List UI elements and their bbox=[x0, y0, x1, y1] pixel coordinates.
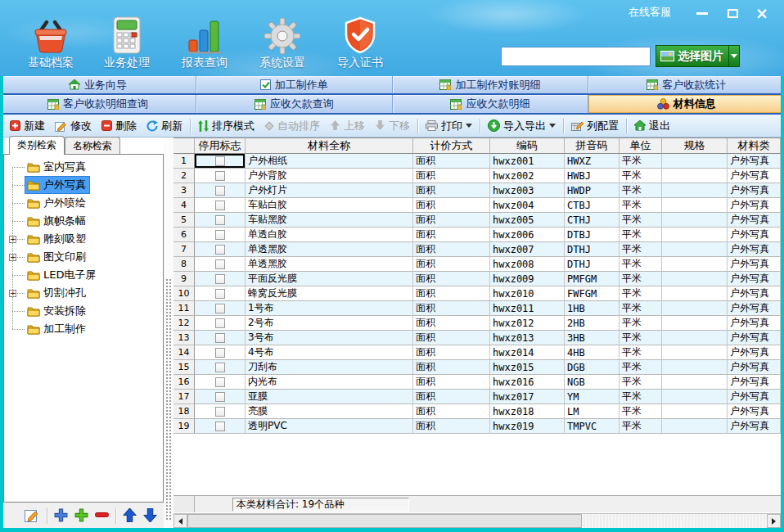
tab-receivables-detail[interactable]: 应收欠款明细 bbox=[393, 95, 589, 113]
unit-cell[interactable]: 平米 bbox=[620, 183, 662, 198]
disable-flag-checkbox[interactable] bbox=[215, 407, 225, 417]
unit-cell[interactable]: 平米 bbox=[620, 419, 662, 434]
table-row[interactable]: 2 户外背胶 面积 hwxz002 HWBJ 平米 户外写真 bbox=[173, 169, 781, 183]
tree-item[interactable]: + LED电子屏 bbox=[4, 266, 163, 284]
nav-basic-archives[interactable]: 基础档案 bbox=[11, 15, 90, 70]
spec-cell[interactable] bbox=[662, 242, 728, 257]
nav-import-certificate[interactable]: 导入证书 bbox=[321, 15, 399, 70]
pinyin-code-cell[interactable]: DGB bbox=[565, 360, 620, 375]
disable-flag-cell[interactable] bbox=[195, 331, 246, 345]
nav-system-settings[interactable]: 系统设置 bbox=[243, 15, 322, 70]
pricing-method-cell[interactable]: 面积 bbox=[413, 390, 490, 404]
disable-flag-checkbox[interactable] bbox=[215, 186, 225, 196]
code-cell[interactable]: hwxz012 bbox=[490, 316, 565, 331]
material-name-cell[interactable]: 亚膜 bbox=[246, 390, 413, 404]
tree-item-wrap[interactable]: 室内写真 bbox=[25, 159, 89, 175]
tab-customer-payment-detail-query[interactable]: 客户收款明细查询 bbox=[0, 95, 196, 113]
material-name-cell[interactable]: 3号布 bbox=[246, 331, 413, 345]
header-pinyin-code[interactable]: 拼音码 bbox=[565, 138, 620, 154]
disable-flag-cell[interactable] bbox=[195, 390, 246, 404]
disable-flag-checkbox[interactable] bbox=[215, 363, 225, 372]
remove-category-button[interactable] bbox=[95, 512, 109, 518]
refresh-button[interactable]: 刷新 bbox=[142, 117, 187, 135]
close-button[interactable]: × bbox=[751, 5, 773, 21]
material-category-cell[interactable]: 户外写真 bbox=[728, 154, 781, 169]
pinyin-code-cell[interactable]: YM bbox=[565, 390, 620, 404]
pricing-method-cell[interactable]: 面积 bbox=[413, 228, 490, 242]
code-cell[interactable]: hwxz006 bbox=[490, 228, 565, 242]
unit-cell[interactable]: 平米 bbox=[620, 272, 662, 286]
material-category-cell[interactable]: 户外写真 bbox=[728, 375, 781, 390]
material-name-cell[interactable]: 车贴黑胶 bbox=[246, 213, 413, 228]
code-cell[interactable]: hwxz001 bbox=[490, 154, 565, 169]
table-row[interactable]: 18 亮膜 面积 hwxz018 LM 平米 户外写真 bbox=[173, 404, 781, 419]
unit-cell[interactable]: 平米 bbox=[620, 228, 662, 242]
tab-material-info[interactable]: 材料信息 bbox=[588, 95, 784, 113]
disable-flag-cell[interactable] bbox=[195, 301, 246, 316]
code-cell[interactable]: hwxz016 bbox=[490, 375, 565, 390]
code-cell[interactable]: hwxz011 bbox=[490, 301, 565, 316]
code-cell[interactable]: hwxz008 bbox=[490, 257, 565, 272]
horizontal-scrollbar[interactable] bbox=[173, 513, 781, 528]
tab-business-wizard[interactable]: 业务向导 bbox=[0, 76, 196, 93]
pinyin-code-cell[interactable]: 2HB bbox=[565, 316, 620, 331]
pinyin-code-cell[interactable]: 4HB bbox=[565, 345, 620, 360]
add-root-category-button[interactable] bbox=[54, 508, 68, 522]
material-name-cell[interactable]: 内光布 bbox=[246, 375, 413, 390]
tree-item[interactable]: + 安装拆除 bbox=[4, 302, 163, 320]
spec-cell[interactable] bbox=[662, 404, 728, 419]
pinyin-code-cell[interactable]: CTHJ bbox=[565, 213, 620, 228]
code-cell[interactable]: hwxz003 bbox=[490, 183, 565, 198]
pricing-method-cell[interactable]: 面积 bbox=[413, 257, 490, 272]
disable-flag-cell[interactable] bbox=[195, 404, 246, 419]
code-cell[interactable]: hwxz009 bbox=[490, 272, 565, 286]
pinyin-code-cell[interactable]: NGB bbox=[565, 375, 620, 390]
header-pricing-method[interactable]: 计价方式 bbox=[413, 138, 490, 154]
sort-mode-button[interactable]: 排序模式 bbox=[193, 117, 259, 135]
code-cell[interactable]: hwxz004 bbox=[490, 198, 565, 213]
move-category-up-button[interactable] bbox=[123, 508, 137, 522]
print-button[interactable]: 打印 bbox=[421, 117, 477, 135]
disable-flag-checkbox[interactable] bbox=[215, 274, 225, 284]
table-row[interactable]: 17 亚膜 面积 hwxz017 YM 平米 户外写真 bbox=[173, 390, 781, 404]
material-name-cell[interactable]: 刀刮布 bbox=[246, 360, 413, 375]
unit-cell[interactable]: 平米 bbox=[620, 257, 662, 272]
spec-cell[interactable] bbox=[662, 213, 728, 228]
pricing-method-cell[interactable]: 面积 bbox=[413, 213, 490, 228]
expand-plus-icon[interactable]: + bbox=[9, 254, 16, 261]
unit-cell[interactable]: 平米 bbox=[620, 404, 662, 419]
material-category-cell[interactable]: 户外写真 bbox=[728, 198, 781, 213]
spec-cell[interactable] bbox=[662, 419, 728, 434]
header-disable-flag[interactable]: 停用标志 bbox=[195, 138, 246, 154]
pinyin-code-cell[interactable]: CTBJ bbox=[565, 198, 620, 213]
pricing-method-cell[interactable]: 面积 bbox=[413, 286, 490, 301]
material-category-cell[interactable]: 户外写真 bbox=[728, 404, 781, 419]
table-row[interactable]: 5 车贴黑胶 面积 hwxz005 CTHJ 平米 户外写真 bbox=[173, 213, 781, 228]
tree-item-wrap[interactable]: 雕刻吸塑 bbox=[25, 231, 89, 247]
spec-cell[interactable] bbox=[662, 257, 728, 272]
tab-production-statement-detail[interactable]: 加工制作对账明细 bbox=[393, 76, 589, 93]
material-name-cell[interactable]: 4号布 bbox=[246, 345, 413, 360]
material-name-cell[interactable]: 户外相纸 bbox=[246, 154, 413, 169]
material-category-cell[interactable]: 户外写真 bbox=[728, 169, 781, 183]
code-cell[interactable]: hwxz013 bbox=[490, 331, 565, 345]
table-row[interactable]: 9 平面反光膜 面积 hwxz009 PMFGM 平米 户外写真 bbox=[173, 272, 781, 286]
material-name-cell[interactable]: 单透白胶 bbox=[246, 228, 413, 242]
tab-production-order[interactable]: 加工制作单 bbox=[196, 76, 393, 93]
tree-item-wrap[interactable]: 切割冲孔 bbox=[25, 285, 89, 301]
tree-item[interactable]: + 户外写真 bbox=[4, 176, 163, 194]
disable-flag-cell[interactable] bbox=[195, 213, 246, 228]
minimize-button[interactable] bbox=[692, 5, 713, 21]
disable-flag-cell[interactable] bbox=[195, 316, 246, 331]
choose-image-dropdown[interactable] bbox=[728, 46, 739, 66]
code-cell[interactable]: hwxz017 bbox=[490, 390, 565, 404]
material-name-cell[interactable]: 2号布 bbox=[246, 316, 413, 331]
disable-flag-checkbox[interactable] bbox=[215, 333, 225, 343]
code-cell[interactable]: hwxz018 bbox=[490, 404, 565, 419]
import-export-button[interactable]: 导入导出 bbox=[483, 117, 561, 135]
edit-category-button[interactable] bbox=[25, 508, 40, 523]
pinyin-code-cell[interactable]: LM bbox=[565, 404, 620, 419]
spec-cell[interactable] bbox=[662, 390, 728, 404]
table-row[interactable]: 10 蜂窝反光膜 面积 hwxz010 FWFGM 平米 户外写真 bbox=[173, 286, 781, 301]
pricing-method-cell[interactable]: 面积 bbox=[413, 331, 490, 345]
